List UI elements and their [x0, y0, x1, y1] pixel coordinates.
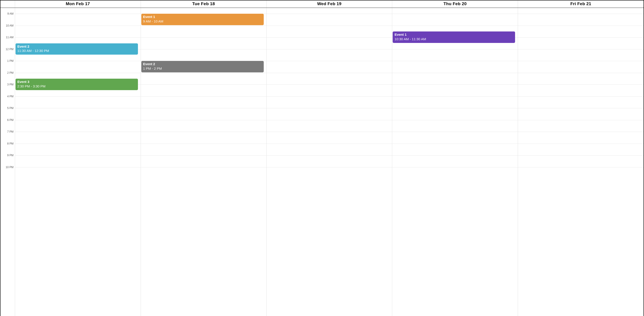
hour-gridline: [15, 132, 141, 132]
calendar-event[interactable]: Event 211:30 AM - 12:30 PM: [16, 43, 138, 55]
day-header-wed[interactable]: Wed Feb 19: [267, 0, 392, 8]
hour-gridline: [392, 167, 518, 167]
hour-gridline: [141, 132, 266, 132]
hour-gridline: [392, 14, 518, 14]
hour-gridline: [141, 96, 266, 97]
day-column-tue[interactable]: Event 19 AM - 10 AMEvent 21 PM - 2 PM: [141, 8, 267, 316]
time-label: 6 PM: [7, 118, 14, 122]
day-column-fri[interactable]: [518, 8, 644, 316]
hour-gridline: [141, 37, 266, 37]
day-header-tue[interactable]: Tue Feb 18: [141, 0, 267, 8]
hour-gridline: [267, 14, 392, 14]
hour-gridline: [392, 49, 518, 49]
event-title: Event 1: [143, 14, 262, 19]
calendar-event[interactable]: Event 19 AM - 10 AM: [141, 14, 264, 25]
hour-gridline: [267, 49, 392, 49]
hour-gridline: [15, 144, 141, 144]
time-label: 3 PM: [7, 83, 14, 86]
hour-gridline: [518, 155, 644, 156]
time-gutter: 9 AM10 AM11 AM12 PM1 PM2 PM3 PM4 PM5 PM6…: [0, 8, 15, 316]
hour-gridline: [141, 155, 266, 156]
hour-gridline: [392, 108, 518, 108]
hour-gridline: [392, 155, 518, 156]
hour-gridline: [392, 120, 518, 120]
day-column-thu[interactable]: Event 110:30 AM - 11:30 AM: [392, 8, 518, 316]
hour-gridline: [15, 37, 141, 37]
hour-gridline: [267, 144, 392, 144]
hour-gridline: [518, 108, 644, 108]
calendar-week-view: Mon Feb 17 Tue Feb 18 Wed Feb 19 Thu Feb…: [0, 0, 644, 316]
hour-gridline: [15, 120, 141, 120]
day-header-mon[interactable]: Mon Feb 17: [15, 0, 141, 8]
calendar-event[interactable]: Event 32:30 PM - 3:30 PM: [16, 79, 138, 90]
hour-gridline: [518, 144, 644, 144]
hour-gridline: [392, 144, 518, 144]
event-time: 9 AM - 10 AM: [143, 19, 262, 23]
event-title: Event 1: [394, 32, 513, 37]
hour-gridline: [15, 108, 141, 108]
hour-gridline: [267, 167, 392, 167]
hour-gridline: [267, 132, 392, 132]
hour-gridline: [15, 167, 141, 167]
calendar-event[interactable]: Event 21 PM - 2 PM: [141, 61, 264, 72]
event-time: 2:30 PM - 3:30 PM: [17, 84, 136, 88]
time-label: 1 PM: [7, 59, 14, 62]
calendar-header-row: Mon Feb 17 Tue Feb 18 Wed Feb 19 Thu Feb…: [0, 0, 644, 8]
hour-gridline: [518, 167, 644, 167]
day-header-thu[interactable]: Thu Feb 20: [392, 0, 518, 8]
hour-gridline: [267, 155, 392, 156]
hour-gridline: [518, 84, 644, 85]
time-label: 4 PM: [7, 95, 14, 98]
hour-gridline: [267, 120, 392, 120]
hour-gridline: [15, 96, 141, 97]
hour-gridline: [392, 61, 518, 61]
hour-gridline: [518, 61, 644, 61]
hour-gridline: [141, 167, 266, 167]
event-time: 1 PM - 2 PM: [143, 66, 262, 71]
event-title: Event 3: [17, 79, 136, 84]
time-label: 5 PM: [7, 106, 14, 110]
hour-gridline: [267, 61, 392, 61]
time-label: 7 PM: [7, 130, 14, 133]
hour-gridline: [267, 37, 392, 37]
hour-gridline: [267, 84, 392, 85]
hour-gridline: [267, 108, 392, 108]
calendar-body: 9 AM10 AM11 AM12 PM1 PM2 PM3 PM4 PM5 PM6…: [0, 8, 644, 316]
time-label: 9 PM: [7, 154, 14, 157]
hour-gridline: [15, 61, 141, 61]
hour-gridline: [141, 108, 266, 108]
days-grid: Event 211:30 AM - 12:30 PMEvent 32:30 PM…: [15, 8, 644, 316]
event-time: 11:30 AM - 12:30 PM: [17, 48, 136, 53]
time-label: 9 AM: [8, 12, 14, 15]
calendar-event[interactable]: Event 110:30 AM - 11:30 AM: [393, 31, 515, 43]
hour-gridline: [141, 120, 266, 120]
hour-gridline: [141, 144, 266, 144]
time-label: 12 PM: [6, 48, 14, 51]
time-label: 10 AM: [6, 24, 14, 27]
time-label: 10 PM: [6, 166, 14, 169]
event-title: Event 2: [17, 44, 136, 49]
time-label: 2 PM: [7, 71, 14, 74]
hour-gridline: [518, 49, 644, 49]
hour-gridline: [392, 84, 518, 85]
event-title: Event 2: [143, 62, 262, 66]
time-label: 11 AM: [6, 36, 14, 39]
day-column-mon[interactable]: Event 211:30 AM - 12:30 PMEvent 32:30 PM…: [15, 8, 141, 316]
hour-gridline: [141, 84, 266, 85]
hour-gridline: [518, 132, 644, 132]
hour-gridline: [15, 14, 141, 14]
hour-gridline: [141, 49, 266, 49]
hour-gridline: [392, 96, 518, 97]
day-header-fri[interactable]: Fri Feb 21: [518, 0, 644, 8]
hour-gridline: [267, 96, 392, 97]
hour-gridline: [518, 37, 644, 37]
hour-gridline: [15, 155, 141, 156]
day-column-wed[interactable]: [267, 8, 392, 316]
hour-gridline: [392, 132, 518, 132]
hour-gridline: [518, 96, 644, 97]
event-time: 10:30 AM - 11:30 AM: [394, 37, 513, 41]
hour-gridline: [518, 120, 644, 120]
time-label: 8 PM: [7, 142, 14, 145]
time-gutter-header: [0, 0, 15, 8]
hour-gridline: [518, 14, 644, 14]
